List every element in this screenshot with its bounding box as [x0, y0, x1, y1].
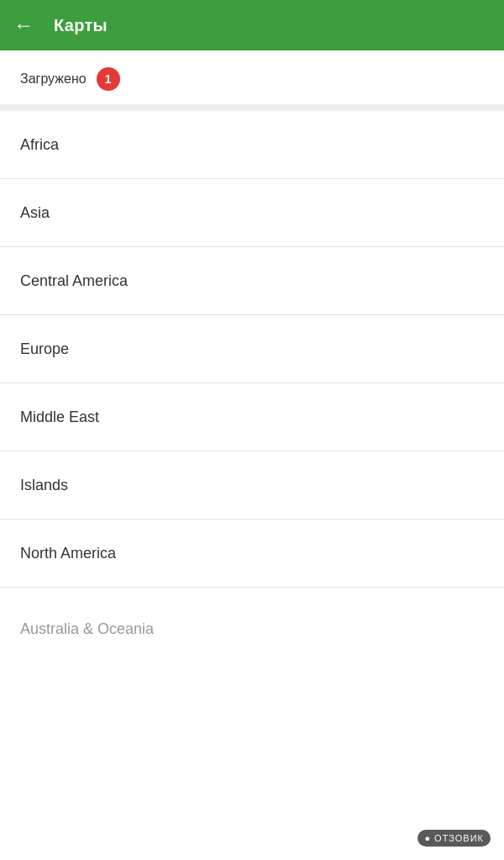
list-item[interactable]: Africa	[0, 111, 504, 178]
app-header: ← Карты	[0, 0, 504, 50]
list-item-partial[interactable]: Australia & Oceania	[0, 588, 504, 655]
list-item[interactable]: Central America	[0, 247, 504, 314]
list-item[interactable]: Asia	[0, 179, 504, 246]
loaded-section: Загружено 1	[0, 50, 504, 104]
list-item[interactable]: Europe	[0, 315, 504, 383]
page-title: Карты	[54, 16, 108, 35]
back-icon[interactable]: ←	[13, 13, 34, 37]
list-item[interactable]: Islands	[0, 451, 504, 519]
watermark: ● ОТЗОВИК	[417, 830, 491, 847]
region-list: Africa Asia Central America Europe Middl…	[0, 111, 504, 655]
section-divider	[0, 104, 504, 111]
loaded-label: Загружено	[20, 71, 87, 87]
loaded-badge: 1	[97, 67, 120, 91]
list-item-middle-east[interactable]: Middle East	[0, 383, 504, 451]
list-item-north-america[interactable]: North America	[0, 520, 504, 587]
